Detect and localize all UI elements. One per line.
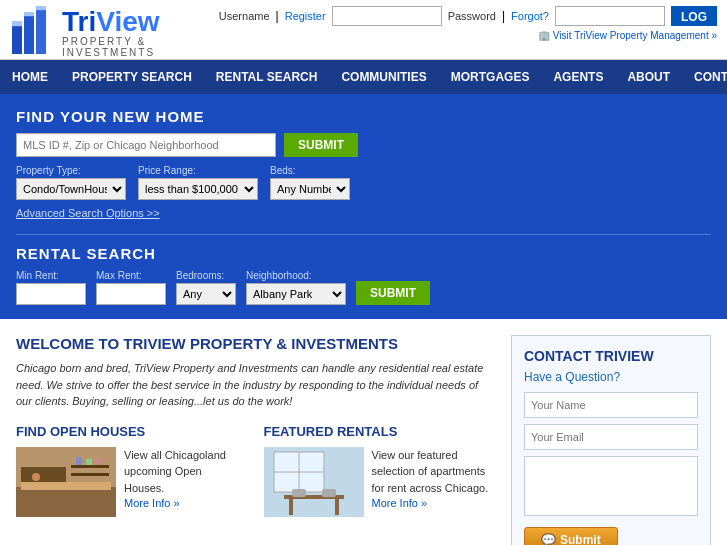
nav-home[interactable]: HOME: [0, 60, 60, 94]
main-left: WELCOME TO TRIVIEW PROPERTY & INVESTMENT…: [16, 335, 511, 545]
contact-message-input[interactable]: [524, 456, 698, 516]
search-section: FIND YOUR NEW HOME SUBMIT Property Type:…: [0, 94, 727, 319]
neighborhood-select[interactable]: Albany Park Lincoln Park Wicker Park Lak…: [246, 283, 346, 305]
svg-rect-24: [322, 489, 336, 497]
login-button[interactable]: LOG IN: [671, 6, 717, 26]
max-rent-input[interactable]: [96, 283, 166, 305]
open-houses-title: FIND OPEN HOUSES: [16, 424, 244, 439]
open-houses-text: View all Chicagoland upcoming Open House…: [124, 447, 244, 517]
section-divider: [16, 234, 711, 235]
property-type-label: Property Type:: [16, 165, 126, 176]
pipe-separator: |: [276, 9, 279, 23]
nav-mortgages[interactable]: MORTGAGES: [439, 60, 542, 94]
svg-rect-14: [86, 459, 92, 465]
svg-rect-4: [24, 12, 34, 17]
max-rent-label: Max Rent:: [96, 270, 166, 281]
nav-rental-search[interactable]: RENTAL SEARCH: [204, 60, 330, 94]
featured-rentals-text: View our featured selection of apartment…: [372, 447, 492, 517]
max-rent-group: Max Rent:: [96, 270, 166, 305]
svg-rect-1: [24, 16, 34, 54]
contact-title: CONTACT TRIVIEW: [524, 348, 698, 364]
find-home: FIND YOUR NEW HOME SUBMIT Property Type:…: [16, 108, 711, 220]
password-input[interactable]: [555, 6, 665, 26]
triview-management-link[interactable]: Visit TriView Property Management »: [553, 30, 717, 41]
welcome-text: Chicago born and bred, TriView Property …: [16, 360, 491, 410]
rental-search: RENTAL SEARCH Min Rent: Max Rent: Bedroo…: [16, 245, 711, 305]
svg-rect-15: [96, 458, 101, 465]
nav-contact[interactable]: CONTACT: [682, 60, 727, 94]
svg-rect-2: [36, 10, 46, 54]
search-submit-button[interactable]: SUBMIT: [284, 133, 358, 157]
register-link[interactable]: Register: [285, 10, 326, 22]
open-houses-link[interactable]: More Info »: [124, 497, 180, 509]
price-range-label: Price Range:: [138, 165, 258, 176]
logo-tagline: PROPERTY & INVESTMENTS: [62, 36, 219, 58]
beds-label: Beds:: [270, 165, 350, 176]
price-range-group: Price Range: less than $100,000 $100,000…: [138, 165, 258, 200]
logo-text: TriView PROPERTY & INVESTMENTS: [62, 8, 219, 58]
svg-rect-8: [21, 482, 111, 490]
main-nav: HOME PROPERTY SEARCH RENTAL SEARCH COMMU…: [0, 60, 727, 94]
rental-row: Min Rent: Max Rent: Bedrooms: Any 1 2 3 …: [16, 270, 711, 305]
advanced-search-link[interactable]: Advanced Search Options >>: [16, 207, 160, 219]
svg-rect-7: [16, 487, 116, 517]
nav-agents[interactable]: AGENTS: [541, 60, 615, 94]
min-rent-label: Min Rent:: [16, 270, 86, 281]
open-houses-image: [16, 447, 116, 517]
welcome-title: WELCOME TO TRIVIEW PROPERTY & INVESTMENT…: [16, 335, 491, 352]
submit-icon: 💬: [541, 533, 556, 545]
password-label: Password: [448, 10, 496, 22]
svg-rect-21: [289, 499, 293, 515]
property-filters: Property Type: Condo/TownHouse Single Fa…: [16, 165, 711, 200]
svg-rect-0: [12, 26, 22, 54]
nav-communities[interactable]: COMMUNITIES: [329, 60, 438, 94]
logo-icon: [10, 6, 54, 59]
rental-title: RENTAL SEARCH: [16, 245, 711, 262]
min-rent-input[interactable]: [16, 283, 86, 305]
contact-email-input[interactable]: [524, 424, 698, 450]
featured-rentals-image: [264, 447, 364, 517]
username-label: Username: [219, 10, 270, 22]
find-home-title: FIND YOUR NEW HOME: [16, 108, 711, 125]
bedrooms-group: Bedrooms: Any 1 2 3: [176, 270, 236, 305]
svg-rect-23: [292, 489, 306, 497]
bedrooms-label: Bedrooms:: [176, 270, 236, 281]
search-row: SUBMIT: [16, 133, 711, 157]
contact-submit-label: Submit: [560, 533, 601, 545]
contact-submit-button[interactable]: 💬 Submit: [524, 527, 618, 545]
svg-rect-22: [335, 499, 339, 515]
username-input[interactable]: [332, 6, 442, 26]
triview-property-link: 🏢 Visit TriView Property Management »: [219, 30, 717, 41]
beds-select[interactable]: Any Number 1 2 3 4 5+: [270, 178, 350, 200]
contact-name-input[interactable]: [524, 392, 698, 418]
bedrooms-select[interactable]: Any 1 2 3: [176, 283, 236, 305]
svg-rect-10: [71, 465, 109, 468]
header-right: Username | Register Password | Forgot? L…: [219, 6, 717, 45]
price-range-select[interactable]: less than $100,000 $100,000-$200,000 $20…: [138, 178, 258, 200]
svg-rect-3: [12, 21, 22, 27]
nav-about[interactable]: ABOUT: [615, 60, 682, 94]
neighborhood-label: Neighborhood:: [246, 270, 346, 281]
contact-sidebar: CONTACT TRIVIEW Have a Question? 💬 Submi…: [511, 335, 711, 545]
search-input[interactable]: [16, 133, 276, 157]
rental-submit-button[interactable]: SUBMIT: [356, 281, 430, 305]
property-type-select[interactable]: Condo/TownHouse Single Family Multi Fami…: [16, 178, 126, 200]
pipe-separator2: |: [502, 9, 505, 23]
header: TriView PROPERTY & INVESTMENTS Username …: [0, 0, 727, 60]
login-area: Username | Register Password | Forgot? L…: [219, 6, 717, 26]
featured-rentals-section: FEATURED RENTALS: [264, 424, 492, 517]
have-question: Have a Question?: [524, 370, 698, 384]
nav-property-search[interactable]: PROPERTY SEARCH: [60, 60, 204, 94]
svg-rect-9: [21, 467, 66, 482]
featured-rentals-title: FEATURED RENTALS: [264, 424, 492, 439]
logo-title: TriView: [62, 8, 219, 36]
svg-rect-11: [71, 473, 109, 476]
open-houses-description: View all Chicagoland upcoming Open House…: [124, 449, 226, 494]
main-content: WELCOME TO TRIVIEW PROPERTY & INVESTMENT…: [0, 319, 727, 545]
beds-group: Beds: Any Number 1 2 3 4 5+: [270, 165, 350, 200]
property-type-group: Property Type: Condo/TownHouse Single Fa…: [16, 165, 126, 200]
forgot-link[interactable]: Forgot?: [511, 10, 549, 22]
triview-icon: 🏢: [538, 30, 550, 41]
min-rent-group: Min Rent:: [16, 270, 86, 305]
featured-rentals-link[interactable]: More Info »: [372, 497, 428, 509]
